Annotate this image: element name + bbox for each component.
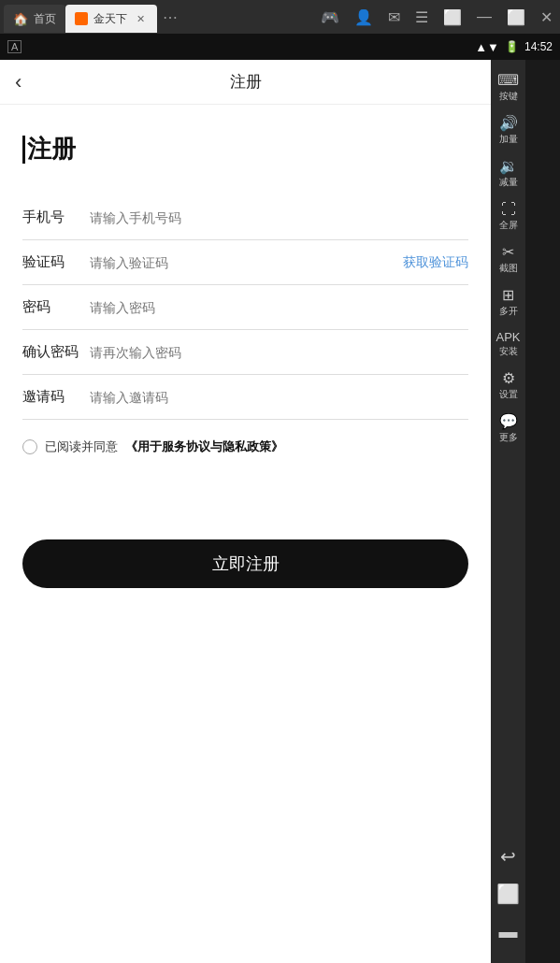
sidebar-more-button[interactable]: 💬 更多 [492, 409, 525, 450]
get-code-button[interactable]: 获取验证码 [403, 254, 468, 271]
policy-link[interactable]: 《用于服务协议与隐私政策》 [125, 438, 283, 455]
agreement-row: 已阅读并同意 《用于服务协议与隐私政策》 [22, 438, 468, 455]
sidebar-fullscreen-button[interactable]: ⛶ 全屏 [492, 196, 525, 237]
menu-icon[interactable]: ☰ [411, 8, 432, 26]
status-right: ▲▼ 🔋 14:52 [475, 40, 553, 54]
multiopen-label: 多开 [499, 305, 518, 318]
cursor-bar [22, 136, 25, 164]
invite-code-field: 邀请码 [22, 375, 468, 420]
close-window-icon[interactable]: ✕ [537, 8, 556, 26]
recents-nav-button[interactable]: ▬ [492, 914, 525, 948]
fullscreen-icon: ⛶ [501, 202, 516, 217]
settings-label: 设置 [499, 388, 518, 401]
keyboard-icon: ⌨ [497, 73, 519, 88]
verification-label: 验证码 [22, 253, 79, 271]
restore-icon[interactable]: ⬜ [439, 8, 466, 26]
maximize-icon[interactable]: ⬜ [503, 8, 529, 26]
multiopen-icon: ⊞ [502, 288, 514, 303]
page-heading: 注册 [22, 133, 468, 165]
phone-input[interactable] [90, 210, 468, 225]
bottom-controls: ↩ ⬜ ▬ [492, 840, 525, 956]
phone-field: 手机号 [22, 195, 468, 240]
install-label: 安装 [499, 345, 518, 358]
submit-button[interactable]: 立即注册 [22, 539, 468, 588]
confirm-password-field: 确认密码 [22, 330, 468, 375]
mail-icon[interactable]: ✉ [384, 8, 404, 26]
page-title: 注册 [230, 71, 262, 93]
ime-indicator: A [7, 40, 22, 53]
title-bar: 🏠 首页 金天下 ✕ ⋯ 🎮 👤 ✉ ☰ ⬜ — ⬜ ✕ [0, 0, 560, 34]
tab-more-button[interactable]: ⋯ [157, 8, 183, 26]
sidebar-volume-down-button[interactable]: 🔉 减量 [492, 153, 525, 194]
confirm-password-label: 确认密码 [22, 343, 79, 361]
settings-icon: ⚙ [502, 371, 515, 386]
web-view: ‹ 注册 注册 手机号 验证码 获取验证码 密码 [0, 60, 491, 963]
page-content: 注册 手机号 验证码 获取验证码 密码 确认密码 [0, 105, 491, 611]
volume-up-label: 加量 [499, 133, 518, 146]
right-sidebar: ⌨ 按键 🔊 加量 🔉 减量 ⛶ 全屏 ✂ 截图 ⊞ 多开 APK 安装 ⚙ [491, 60, 525, 963]
volume-down-label: 减量 [499, 176, 518, 189]
verification-input[interactable] [90, 255, 392, 270]
invite-code-label: 邀请码 [22, 388, 79, 406]
minimize-icon[interactable]: — [473, 8, 495, 25]
screenshot-label: 截图 [499, 262, 518, 275]
back-nav-button[interactable]: ↩ [492, 840, 525, 873]
sidebar-screenshot-button[interactable]: ✂ 截图 [492, 239, 525, 280]
sidebar-keyboard-button[interactable]: ⌨ 按键 [492, 67, 525, 108]
home-tab-label: 首页 [34, 11, 56, 27]
more-label: 更多 [499, 431, 518, 444]
clock: 14:52 [524, 40, 553, 53]
gamepad-icon[interactable]: 🎮 [317, 8, 343, 26]
active-tab-label: 金天下 [93, 11, 127, 27]
sidebar-install-button[interactable]: APK 安装 [492, 325, 525, 364]
home-icon: 🏠 [13, 12, 28, 26]
install-icon: APK [495, 331, 520, 343]
tab-close-button[interactable]: ✕ [133, 11, 148, 26]
nav-bar: ‹ 注册 [0, 60, 491, 105]
wifi-icon: ▲▼ [475, 40, 499, 54]
account-icon[interactable]: 👤 [351, 8, 377, 26]
back-button[interactable]: ‹ [15, 70, 22, 94]
keyboard-label: 按键 [499, 90, 518, 103]
scissors-icon: ✂ [502, 245, 514, 260]
status-bar: A ▲▼ 🔋 14:52 [0, 34, 560, 60]
volume-up-icon: 🔊 [499, 116, 518, 131]
invite-code-input[interactable] [90, 390, 468, 405]
password-label: 密码 [22, 298, 79, 316]
home-nav-button[interactable]: ⬜ [492, 877, 525, 911]
sidebar-volume-up-button[interactable]: 🔊 加量 [492, 110, 525, 151]
volume-down-icon: 🔉 [499, 159, 518, 174]
phone-label: 手机号 [22, 208, 79, 226]
tab-favicon [75, 12, 88, 25]
fullscreen-label: 全屏 [499, 219, 518, 232]
more-icon: 💬 [499, 414, 518, 429]
agreement-checkbox[interactable] [22, 439, 37, 454]
browser-content: ‹ 注册 注册 手机号 验证码 获取验证码 密码 [0, 60, 525, 963]
agreement-prefix: 已阅读并同意 [45, 438, 118, 455]
confirm-password-input[interactable] [90, 345, 468, 360]
password-input[interactable] [90, 300, 468, 315]
active-tab[interactable]: 金天下 ✕ [65, 5, 157, 33]
battery-icon: 🔋 [505, 40, 519, 53]
password-field: 密码 [22, 285, 468, 330]
verification-field: 验证码 获取验证码 [22, 240, 468, 285]
window-controls: 🎮 👤 ✉ ☰ ⬜ — ⬜ ✕ [317, 8, 556, 26]
heading-text: 注册 [27, 133, 76, 165]
home-tab[interactable]: 🏠 首页 [4, 5, 65, 33]
sidebar-settings-button[interactable]: ⚙ 设置 [492, 366, 525, 407]
sidebar-multiopen-button[interactable]: ⊞ 多开 [492, 282, 525, 323]
status-left: A [7, 40, 22, 53]
